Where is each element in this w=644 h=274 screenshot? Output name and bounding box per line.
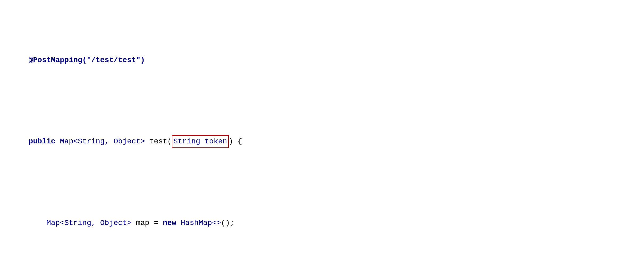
code-container: @PostMapping("/test/test") public Map<St… bbox=[11, 8, 633, 274]
line-map-init: Map<String, Object> map = new HashMap<>(… bbox=[11, 206, 633, 240]
type-map: Map<String, Object> bbox=[60, 137, 149, 146]
method-name: test( bbox=[149, 137, 172, 146]
param-boxed: String token bbox=[172, 135, 229, 148]
method-close: ) { bbox=[229, 137, 242, 146]
annotation-text: @PostMapping("/test/test") bbox=[28, 56, 145, 64]
line-annotation: @PostMapping("/test/test") bbox=[11, 43, 633, 77]
line-method-sig: public Map<String, Object> test(String t… bbox=[11, 124, 633, 159]
keyword-public: public bbox=[28, 137, 60, 146]
